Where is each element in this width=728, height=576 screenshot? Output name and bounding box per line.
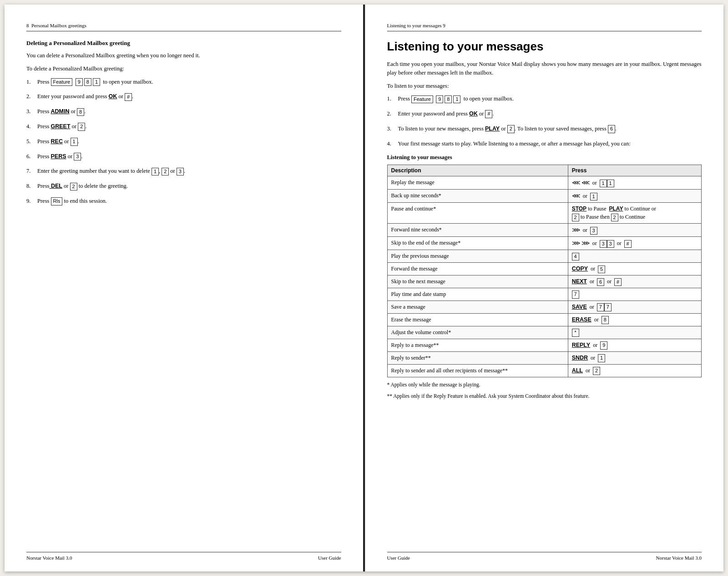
press-fwd9: ⋙ or 3 bbox=[568, 224, 701, 237]
step-num-1: 1. bbox=[26, 78, 37, 86]
step-num-3: 3. bbox=[26, 107, 37, 116]
footnote-1: * Applies only while the message is play… bbox=[387, 381, 702, 389]
r-feature-key: Feature bbox=[411, 95, 433, 103]
desc-reply-all: Reply to sender and all other recipients… bbox=[387, 364, 568, 377]
key-2-7: 2 bbox=[162, 168, 169, 175]
left-step-8: 8. Press DEL or 2 to delete the greeting… bbox=[26, 182, 341, 190]
key-8-3: 8 bbox=[77, 108, 84, 116]
r-step-content-4: Your first message starts to play. While… bbox=[398, 140, 702, 148]
step-content-6: Press PERS or 3. bbox=[37, 152, 341, 161]
left-footer-brand: Norstar Voice Mail 3.0 bbox=[26, 555, 72, 561]
step-content-8: Press DEL or 2 to delete the greeting. bbox=[37, 182, 341, 190]
table-row: Forward nine seconds* ⋙ or 3 bbox=[387, 224, 702, 237]
step-num-7: 7. bbox=[26, 167, 37, 175]
desc-prev: Play the previous message bbox=[387, 250, 568, 263]
left-page-header: 8 Personal Mailbox greetings bbox=[26, 23, 341, 31]
right-section-title: Listening to your messages bbox=[387, 40, 702, 54]
key-1-5: 1 bbox=[71, 138, 78, 145]
left-footer-guide: User Guide bbox=[318, 555, 341, 561]
desc-fwd: Forward the message bbox=[387, 263, 568, 275]
listening-table: Description Press Replay the message ⋘ ⋘… bbox=[387, 165, 702, 377]
press-pause: STOP to Pause PLAY to Continue or 2 to P… bbox=[568, 203, 701, 224]
footnote-2: ** Applies only if the Reply Feature is … bbox=[387, 392, 702, 400]
desc-backup: Back up nine seconds* bbox=[387, 190, 568, 203]
r-step-content-1: Press Feature 9 8 1 to open your mailbox… bbox=[398, 95, 702, 103]
key-1-1: 1 bbox=[93, 78, 100, 86]
r-key-8: 8 bbox=[445, 95, 452, 103]
press-reply-all: ALL or 2 bbox=[568, 364, 701, 377]
col-press: Press bbox=[568, 165, 701, 176]
right-step-1: 1. Press Feature 9 8 1 to open your mail… bbox=[387, 95, 702, 103]
right-page-footer: User Guide Norstar Voice Mail 3.0 bbox=[387, 552, 702, 561]
right-footer-guide: User Guide bbox=[387, 555, 410, 561]
step-content-4: Press GREET or 2. bbox=[37, 122, 341, 131]
greet-key: GREET bbox=[51, 123, 71, 130]
right-page: Listening to your messages 9 Listening t… bbox=[365, 5, 724, 571]
r-play-key: PLAY bbox=[485, 125, 500, 132]
right-header-title: Listening to your messages 9 bbox=[387, 23, 445, 28]
left-page-num: 8 Personal Mailbox greetings bbox=[26, 23, 86, 28]
key-3-6: 3 bbox=[74, 153, 81, 160]
right-intro2: To listen to your messages: bbox=[387, 82, 702, 90]
step-num-6: 6. bbox=[26, 152, 37, 161]
press-fwd: COPY or 5 bbox=[568, 263, 701, 275]
left-step-6: 6. Press PERS or 3. bbox=[26, 152, 341, 161]
table-row: Adjust the volume control* * bbox=[387, 326, 702, 339]
right-step-3: 3. To listen to your new messages, press… bbox=[387, 125, 702, 133]
del-key: DEL bbox=[49, 183, 62, 189]
right-page-header: Listening to your messages 9 bbox=[387, 23, 702, 31]
press-skip-end: ⋙ ⋙ or 33 or # bbox=[568, 237, 701, 250]
step-content-7: Enter the greeting number that you want … bbox=[37, 167, 341, 175]
step-num-2: 2. bbox=[26, 92, 37, 101]
desc-skip-end: Skip to the end of the message* bbox=[387, 237, 568, 250]
pers-key: PERS bbox=[51, 153, 66, 160]
table-row: Erase the message ERASE or 8 bbox=[387, 313, 702, 326]
table-row: Play the previous message 4 bbox=[387, 250, 702, 263]
r-key-1: 1 bbox=[453, 95, 460, 103]
press-prev: 4 bbox=[568, 250, 701, 263]
press-save: SAVE or 77 bbox=[568, 301, 701, 313]
desc-replay: Replay the message bbox=[387, 176, 568, 190]
left-instructions: To delete a Personalized Mailbox greetin… bbox=[26, 65, 341, 73]
left-step-7: 7. Enter the greeting number that you wa… bbox=[26, 167, 341, 175]
desc-timestamp: Play time and date stamp bbox=[387, 288, 568, 301]
step-num-8: 8. bbox=[26, 182, 37, 190]
press-timestamp: 7 bbox=[568, 288, 701, 301]
rec-key: REC bbox=[51, 138, 63, 145]
r-step-num-3: 3. bbox=[387, 125, 398, 133]
r-key-6: 6 bbox=[608, 125, 615, 133]
key-2-4: 2 bbox=[78, 123, 85, 130]
press-reply-sender: SNDR or 1 bbox=[568, 351, 701, 364]
table-title: Listening to your messages bbox=[387, 154, 702, 161]
step-content-3: Press ADMIN or 8. bbox=[37, 107, 341, 116]
desc-fwd9: Forward nine seconds* bbox=[387, 224, 568, 237]
left-page-footer: Norstar Voice Mail 3.0 User Guide bbox=[26, 552, 341, 561]
col-description: Description bbox=[387, 165, 568, 176]
left-step-5: 5. Press REC or 1. bbox=[26, 137, 341, 146]
table-row: Skip to the next message NEXT or 6 or # bbox=[387, 275, 702, 288]
key-3-7: 3 bbox=[177, 168, 184, 175]
r-ok-key: OK bbox=[469, 110, 478, 117]
press-erase: ERASE or 8 bbox=[568, 313, 701, 326]
left-intro: You can delete a Personalized Mailbox gr… bbox=[26, 51, 341, 60]
left-step-4: 4. Press GREET or 2. bbox=[26, 122, 341, 131]
key-9-1: 9 bbox=[76, 78, 83, 86]
step-content-5: Press REC or 1. bbox=[37, 137, 341, 146]
rls-key: Rls bbox=[51, 197, 63, 205]
r-hash-key: # bbox=[485, 110, 492, 118]
feature-key-1: Feature bbox=[51, 78, 73, 86]
step-content-1: Press Feature 9 8 1 to open your mailbox… bbox=[37, 78, 341, 86]
hash-key: # bbox=[125, 93, 132, 101]
step-num-9: 9. bbox=[26, 197, 37, 205]
press-replay: ⋘ ⋘ or 11 bbox=[568, 176, 701, 190]
r-step-content-3: To listen to your new messages, press PL… bbox=[398, 125, 702, 133]
book-spread: 8 Personal Mailbox greetings Deleting a … bbox=[5, 5, 723, 571]
press-volume: * bbox=[568, 326, 701, 339]
r-key-9: 9 bbox=[436, 95, 443, 103]
desc-volume: Adjust the volume control* bbox=[387, 326, 568, 339]
table-row: Play time and date stamp 7 bbox=[387, 288, 702, 301]
right-intro1: Each time you open your mailbox, your No… bbox=[387, 60, 702, 77]
right-step-4: 4. Your first message starts to play. Wh… bbox=[387, 140, 702, 148]
table-row: Back up nine seconds* ⋘ or 1 bbox=[387, 190, 702, 203]
admin-key: ADMIN bbox=[51, 108, 70, 115]
